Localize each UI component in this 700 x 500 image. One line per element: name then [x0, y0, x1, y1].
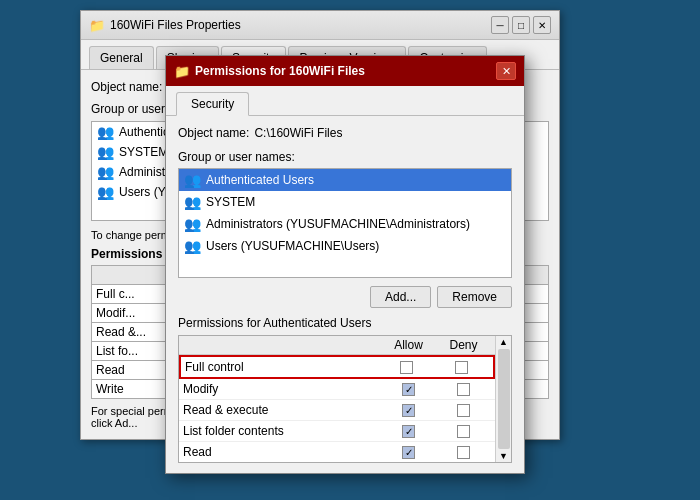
list-item[interactable]: 👥 Users (YUSUFMACHINE\Users): [179, 235, 511, 257]
fg-perm-row-modify: Modify ✓: [179, 379, 495, 400]
listfolder-allow-checkbox[interactable]: ✓: [402, 425, 415, 438]
users-icon: 👥: [184, 194, 201, 210]
read-deny-checkbox[interactable]: [457, 446, 470, 459]
fg-deny-check-1[interactable]: [436, 383, 491, 396]
fg-user-2: Administrators (YUSUFMACHINE\Administrat…: [206, 217, 470, 231]
fg-dialog-folder-icon: 📁: [174, 64, 190, 79]
users-icon: 👥: [97, 164, 114, 180]
fg-close-btn[interactable]: ✕: [496, 62, 516, 80]
bg-win-controls: ─ □ ✕: [491, 16, 551, 34]
bg-object-label: Object name:: [91, 80, 162, 94]
list-item[interactable]: 👥 Authenticated Users: [179, 169, 511, 191]
fg-object-value: C:\160WiFi Files: [254, 126, 342, 140]
bg-title-text: 📁 160WiFi Files Properties: [89, 18, 241, 33]
read-allow-checkbox[interactable]: ✓: [402, 446, 415, 459]
modify-deny-checkbox[interactable]: [457, 383, 470, 396]
fg-object-label: Object name:: [178, 126, 249, 140]
fg-perm-scrollbar[interactable]: ▲ ▼: [495, 336, 511, 462]
list-item[interactable]: 👥 SYSTEM: [179, 191, 511, 213]
modify-allow-checkbox[interactable]: ✓: [402, 383, 415, 396]
users-icon: 👥: [97, 124, 114, 140]
fg-remove-btn[interactable]: Remove: [437, 286, 512, 308]
fg-object-name-row: Object name: C:\160WiFi Files: [178, 126, 512, 140]
fg-perm-name-2: Read & execute: [183, 403, 381, 417]
fg-perm-name-4: Read: [183, 445, 381, 459]
fg-btn-row: Add... Remove: [178, 286, 512, 308]
scroll-down-arrow[interactable]: ▼: [499, 451, 508, 461]
fg-deny-check-4[interactable]: [436, 446, 491, 459]
users-icon: 👥: [184, 216, 201, 232]
scroll-thumb[interactable]: [498, 349, 510, 449]
fg-title-text: 📁 Permissions for 160WiFi Files: [174, 64, 365, 79]
list-item[interactable]: 👥 Administrators (YUSUFMACHINE\Administr…: [179, 213, 511, 235]
fg-perm-row-readexec: Read & execute ✓: [179, 400, 495, 421]
fg-permissions-dialog: 📁 Permissions for 160WiFi Files ✕ Securi…: [165, 55, 525, 474]
fg-deny-check-2[interactable]: [436, 404, 491, 417]
bg-tab-general[interactable]: General: [89, 46, 154, 69]
fg-perm-row-read: Read ✓: [179, 442, 495, 462]
fg-perm-name-3: List folder contents: [183, 424, 381, 438]
fg-allow-check-0[interactable]: [379, 361, 434, 374]
bg-minimize-btn[interactable]: ─: [491, 16, 509, 34]
fg-user-3: Users (YUSUFMACHINE\Users): [206, 239, 379, 253]
fg-dialog-title: Permissions for 160WiFi Files: [195, 64, 365, 78]
readexec-allow-checkbox[interactable]: ✓: [402, 404, 415, 417]
fg-perm-name-0: Full control: [185, 360, 379, 374]
fg-perm-row-listfolder: List folder contents ✓: [179, 421, 495, 442]
fg-tab-bar: Security: [166, 86, 524, 116]
users-icon: 👥: [97, 144, 114, 160]
fg-tab-security[interactable]: Security: [176, 92, 249, 116]
users-icon: 👥: [184, 172, 201, 188]
bg-window-title: 160WiFi Files Properties: [110, 18, 241, 32]
fg-group-label: Group or user names:: [178, 150, 512, 164]
fg-perm-row-fullcontrol: Full control: [179, 355, 495, 379]
scroll-up-arrow[interactable]: ▲: [499, 337, 508, 347]
folder-icon: 📁: [89, 18, 105, 33]
full-control-deny-checkbox[interactable]: [455, 361, 468, 374]
bg-title-bar: 📁 160WiFi Files Properties ─ □ ✕: [81, 11, 559, 40]
bg-user-1: SYSTEM: [119, 145, 168, 159]
bg-close-btn[interactable]: ✕: [533, 16, 551, 34]
users-icon: 👥: [97, 184, 114, 200]
fg-perm-table-header: Allow Deny: [179, 336, 495, 355]
fg-allow-check-3[interactable]: ✓: [381, 425, 436, 438]
fg-allow-check-2[interactable]: ✓: [381, 404, 436, 417]
fg-deny-check-0[interactable]: [434, 361, 489, 374]
fg-deny-header: Deny: [436, 338, 491, 352]
fg-user-0: Authenticated Users: [206, 173, 314, 187]
fg-deny-check-3[interactable]: [436, 425, 491, 438]
readexec-deny-checkbox[interactable]: [457, 404, 470, 417]
fg-perm-table: Allow Deny Full control Modify: [179, 336, 495, 462]
fg-allow-check-4[interactable]: ✓: [381, 446, 436, 459]
bg-maximize-btn[interactable]: □: [512, 16, 530, 34]
fg-perm-table-wrap: Allow Deny Full control Modify: [178, 335, 512, 463]
fg-perm-name-1: Modify: [183, 382, 381, 396]
fg-allow-header: Allow: [381, 338, 436, 352]
fg-content: Object name: C:\160WiFi Files Group or u…: [166, 116, 524, 473]
listfolder-deny-checkbox[interactable]: [457, 425, 470, 438]
fg-title-bar: 📁 Permissions for 160WiFi Files ✕: [166, 56, 524, 86]
fg-perm-section-label: Permissions for Authenticated Users: [178, 316, 512, 330]
full-control-allow-checkbox[interactable]: [400, 361, 413, 374]
fg-allow-check-1[interactable]: ✓: [381, 383, 436, 396]
fg-user-1: SYSTEM: [206, 195, 255, 209]
fg-add-btn[interactable]: Add...: [370, 286, 431, 308]
users-icon: 👥: [184, 238, 201, 254]
fg-user-list[interactable]: 👥 Authenticated Users 👥 SYSTEM 👥 Adminis…: [178, 168, 512, 278]
